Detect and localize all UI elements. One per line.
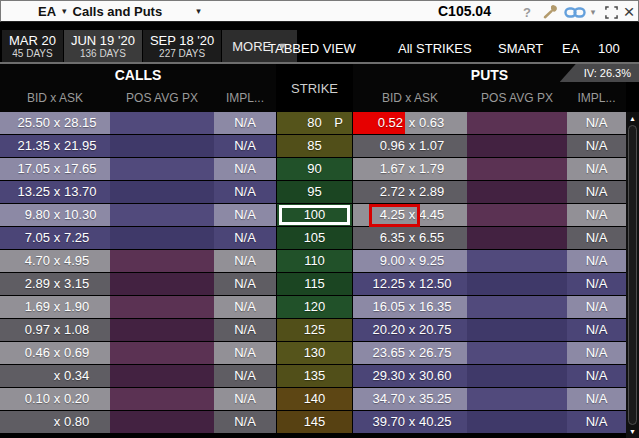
call-impl-cell[interactable]: N/A [214, 204, 276, 226]
symbol-caret-icon[interactable]: ▾ [62, 6, 67, 16]
call-impl-cell[interactable]: N/A [214, 388, 276, 410]
call-pos-avg-px-cell[interactable] [110, 411, 214, 433]
strike-cell[interactable]: 110 [276, 250, 353, 272]
put-bid-ask-cell[interactable]: 20.20x20.75 [353, 319, 467, 341]
call-pos-avg-px-cell[interactable] [110, 158, 214, 180]
put-bid-ask-cell[interactable]: 2.72x2.89 [353, 181, 467, 203]
help-icon[interactable]: ? [519, 3, 535, 21]
put-pos-avg-px-cell[interactable] [467, 250, 567, 272]
call-bid-ask-cell[interactable]: 9.80x10.30 [0, 204, 110, 226]
put-bid-ask-cell-ask[interactable]: 4.45 [419, 204, 467, 226]
put-bid-ask-cell-ask[interactable]: 26.75 [419, 342, 467, 364]
symbol-dropdown[interactable]: EA [38, 4, 56, 19]
put-bid-ask-cell[interactable]: 29.30x30.60 [353, 365, 467, 387]
put-bid-ask-cell-ask[interactable]: 1.07 [419, 135, 467, 157]
call-bid-ask-cell[interactable]: x0.80 [0, 411, 110, 433]
put-pos-avg-px-cell[interactable] [467, 365, 567, 387]
put-bid-ask-cell-bid[interactable]: 20.20 [353, 319, 405, 341]
call-pos-avg-px-cell[interactable] [110, 365, 214, 387]
strike-cell[interactable]: 135 [276, 365, 353, 387]
put-bid-ask-cell[interactable]: 4.25x4.45 [353, 204, 467, 226]
put-bid-ask-cell[interactable]: 6.35x6.55 [353, 227, 467, 249]
call-bid-ask-cell-ask[interactable]: 0.80 [64, 411, 110, 433]
put-bid-ask-cell[interactable]: 23.65x26.75 [353, 342, 467, 364]
call-bid-ask-cell-bid[interactable]: 1.69 [0, 296, 50, 318]
put-bid-ask-cell-bid[interactable]: 34.70 [353, 388, 405, 410]
put-bid-ask-cell-bid[interactable]: 23.65 [353, 342, 405, 364]
put-pos-avg-px-cell[interactable] [467, 227, 567, 249]
call-bid-ask-cell-ask[interactable]: 0.20 [64, 388, 110, 410]
call-bid-ask-cell[interactable]: 0.46x0.69 [0, 342, 110, 364]
put-bid-ask-cell-bid[interactable]: 9.00 [353, 250, 405, 272]
call-pos-avg-px-cell[interactable] [110, 181, 214, 203]
strike-cell[interactable]: 125 [276, 319, 353, 341]
put-pos-avg-px-cell[interactable] [467, 319, 567, 341]
call-bid-ask-cell-ask[interactable]: 0.34 [64, 365, 110, 387]
strike-cell[interactable]: 130 [276, 342, 353, 364]
maximize-icon[interactable] [603, 3, 619, 21]
put-pos-avg-px-cell[interactable] [467, 296, 567, 318]
call-bid-ask-cell-bid[interactable]: 13.25 [0, 181, 50, 203]
put-pos-avg-px-cell[interactable] [467, 204, 567, 226]
put-impl-cell[interactable]: N/A [567, 342, 626, 364]
put-bid-ask-cell-bid[interactable]: 16.05 [353, 296, 405, 318]
call-pos-avg-px-cell[interactable] [110, 227, 214, 249]
settings-wrench-icon[interactable] [541, 3, 561, 21]
put-bid-ask-cell-bid[interactable]: 6.35 [353, 227, 405, 249]
put-bid-ask-cell-bid[interactable]: 4.25 [353, 204, 405, 226]
put-bid-ask-cell-ask[interactable]: 40.25 [419, 411, 467, 433]
strike-cell[interactable]: 80P [276, 112, 353, 134]
call-bid-ask-cell-ask[interactable]: 3.15 [64, 273, 110, 295]
put-bid-ask-cell-bid[interactable]: 2.72 [353, 181, 405, 203]
link-caret-icon[interactable]: ▾ [588, 3, 598, 21]
put-bid-ask-cell[interactable]: 9.00x9.25 [353, 250, 467, 272]
tab-expiry-sep-18-20[interactable]: SEP 18 '20227 DAYS [143, 30, 222, 62]
tabbed-view-button[interactable]: TABBED VIEW [268, 41, 356, 56]
put-bid-ask-cell-bid[interactable]: 0.96 [353, 135, 405, 157]
call-bid-ask-cell-ask[interactable]: 13.70 [64, 181, 110, 203]
put-pos-avg-px-cell[interactable] [467, 342, 567, 364]
call-bid-ask-cell[interactable]: x0.34 [0, 365, 110, 387]
call-impl-cell[interactable]: N/A [214, 135, 276, 157]
put-pos-avg-px-cell[interactable] [467, 388, 567, 410]
strike-cell[interactable]: 115 [276, 273, 353, 295]
view-caret-icon[interactable]: ▾ [196, 6, 201, 16]
strike-cell[interactable]: 140 [276, 388, 353, 410]
put-bid-ask-cell-bid[interactable]: 12.25 [353, 273, 405, 295]
multiplier-label[interactable]: 100 [598, 41, 620, 56]
call-pos-avg-px-cell[interactable] [110, 296, 214, 318]
put-impl-cell[interactable]: N/A [567, 181, 626, 203]
put-bid-ask-cell-ask[interactable]: 1.79 [419, 158, 467, 180]
put-impl-cell[interactable]: N/A [567, 135, 626, 157]
call-bid-ask-cell[interactable]: 4.70x4.95 [0, 250, 110, 272]
call-bid-ask-cell-ask[interactable]: 28.15 [64, 112, 110, 134]
put-bid-ask-cell-ask[interactable]: 30.60 [419, 365, 467, 387]
put-bid-ask-cell-bid[interactable]: 29.30 [353, 365, 405, 387]
call-bid-ask-cell-bid[interactable]: 2.89 [0, 273, 50, 295]
strike-cell[interactable]: 145 [276, 411, 353, 433]
put-impl-cell[interactable]: N/A [567, 411, 626, 433]
call-bid-ask-cell[interactable]: 17.05x17.65 [0, 158, 110, 180]
call-bid-ask-cell[interactable]: 2.89x3.15 [0, 273, 110, 295]
call-bid-ask-cell-ask[interactable]: 1.08 [64, 319, 110, 341]
put-bid-ask-cell[interactable]: 0.52x0.63 [353, 112, 467, 134]
put-bid-ask-cell-ask[interactable]: 2.89 [419, 181, 467, 203]
put-bid-ask-cell[interactable]: 0.96x1.07 [353, 135, 467, 157]
strike-cell[interactable]: 90 [276, 158, 353, 180]
call-bid-ask-cell-ask[interactable]: 10.30 [64, 204, 110, 226]
call-bid-ask-cell-ask[interactable]: 7.25 [64, 227, 110, 249]
put-bid-ask-cell-ask[interactable]: 0.63 [419, 112, 467, 134]
put-bid-ask-cell[interactable]: 34.70x35.25 [353, 388, 467, 410]
put-impl-cell[interactable]: N/A [567, 158, 626, 180]
call-bid-ask-cell[interactable]: 25.50x28.15 [0, 112, 110, 134]
exchange-button[interactable]: SMART [498, 41, 543, 56]
put-impl-cell[interactable]: N/A [567, 227, 626, 249]
put-pos-avg-px-cell[interactable] [467, 273, 567, 295]
call-impl-cell[interactable]: N/A [214, 273, 276, 295]
scrollbar-thumb[interactable] [628, 125, 637, 425]
put-bid-ask-cell-bid[interactable]: 1.67 [353, 158, 405, 180]
close-icon[interactable]: × [621, 3, 637, 21]
put-impl-cell[interactable]: N/A [567, 388, 626, 410]
put-bid-ask-cell[interactable]: 16.05x16.35 [353, 296, 467, 318]
tab-expiry-mar-20[interactable]: MAR 2045 DAYS [2, 30, 64, 62]
